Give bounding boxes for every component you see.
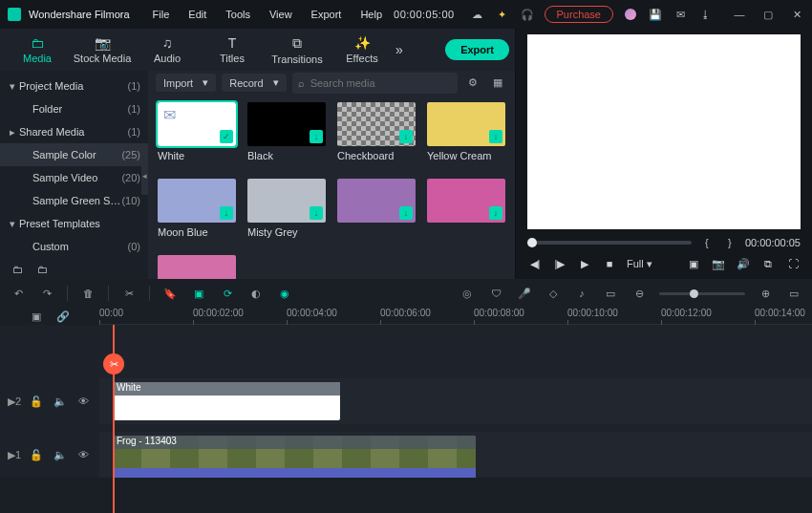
thumb-image[interactable]: ↓	[427, 102, 505, 146]
collapse-tree-icon[interactable]: ◂	[141, 157, 148, 195]
thumb-image[interactable]: ↓	[158, 255, 236, 279]
tips-icon[interactable]: ✦	[495, 7, 510, 22]
media-search[interactable]: ⌕	[292, 73, 458, 94]
pip-icon[interactable]: ⧉	[760, 256, 776, 271]
filter-icon[interactable]: ⚙	[463, 74, 482, 93]
save-icon[interactable]: 💾	[648, 7, 663, 22]
menu-help[interactable]: Help	[353, 5, 390, 24]
zoom-in-icon[interactable]: ⊕	[757, 285, 774, 302]
thumb-item[interactable]: ↓Black	[247, 102, 326, 161]
mark-out-icon[interactable]: }	[722, 235, 737, 250]
download-icon[interactable]: ⭳	[697, 7, 713, 22]
audio-mixer-icon[interactable]: 🛡	[487, 285, 504, 302]
color-icon[interactable]: ◐	[247, 285, 265, 302]
thumb-item[interactable]: ↓Yellow Cream	[427, 102, 505, 161]
message-icon[interactable]: ✉	[673, 7, 688, 22]
new-folder-icon[interactable]: 🗀	[10, 262, 25, 277]
marker-icon[interactable]: 🔖	[161, 285, 179, 302]
purchase-button[interactable]: Purchase	[545, 6, 613, 23]
render-icon[interactable]: ◉	[276, 285, 293, 302]
progress-knob-icon[interactable]	[527, 238, 537, 247]
tree-shared-media[interactable]: ▸Shared Media(1)	[0, 120, 148, 143]
display-settings-icon[interactable]: ▣	[686, 256, 701, 271]
menu-view[interactable]: View	[262, 5, 300, 24]
audio-strip[interactable]	[113, 468, 476, 478]
close-icon[interactable]: ✕	[789, 7, 804, 22]
voiceover-icon[interactable]: 🎤	[516, 285, 533, 302]
maximize-icon[interactable]: ▢	[760, 7, 776, 22]
visibility-icon[interactable]: 👁	[75, 393, 92, 410]
undo-icon[interactable]: ↶	[10, 285, 27, 302]
timeline-ruler[interactable]: 00:0000:00:02:0000:00:04:0000:00:06:0000…	[99, 308, 812, 325]
split-icon[interactable]: ✂	[120, 285, 138, 302]
tab-media[interactable]: 🗀Media	[6, 32, 69, 68]
thumb-item[interactable]: ↓Moon Blue	[158, 179, 236, 238]
grid-view-icon[interactable]: ▦	[488, 74, 507, 93]
tree-folder[interactable]: Folder(1)	[0, 97, 148, 120]
prev-frame-icon[interactable]: ◀|	[527, 256, 543, 271]
zoom-knob-icon[interactable]	[690, 289, 698, 298]
mute-icon[interactable]: 🔈	[53, 446, 69, 463]
tab-effects[interactable]: ✨Effects	[331, 32, 394, 68]
tree-custom[interactable]: Custom(0)	[0, 235, 148, 258]
thumb-image[interactable]: ↓	[247, 102, 326, 146]
thumb-item[interactable]: ↓	[337, 179, 416, 238]
thumb-item[interactable]: ↓Misty Grey	[247, 179, 326, 238]
more-tabs-icon[interactable]: »	[395, 42, 403, 57]
volume-icon[interactable]: 🔊	[736, 256, 751, 271]
thumb-item[interactable]: ↓	[158, 255, 236, 279]
tree-project-media[interactable]: ▾Project Media(1)	[0, 75, 148, 97]
track-display-icon[interactable]: ▣	[28, 308, 45, 325]
record-tl-icon[interactable]: ▭	[602, 285, 619, 302]
preview-progress[interactable]	[527, 241, 692, 245]
zoom-fit-icon[interactable]: ▭	[785, 285, 802, 302]
tab-transitions[interactable]: ⧉Transitions	[266, 32, 329, 69]
stop-icon[interactable]: ■	[602, 256, 617, 271]
mix-icon[interactable]: ◎	[459, 285, 476, 302]
thumb-image[interactable]: ↓	[337, 179, 416, 223]
search-input[interactable]	[310, 77, 452, 89]
play-backward-icon[interactable]: |▶	[552, 256, 567, 271]
account-icon[interactable]	[623, 7, 638, 22]
record-dropdown[interactable]: Record▾	[222, 74, 286, 92]
menu-tools[interactable]: Tools	[218, 5, 258, 24]
tab-stock-media[interactable]: 📷Stock Media	[71, 32, 134, 68]
tab-audio[interactable]: ♫Audio	[136, 32, 199, 68]
menu-export[interactable]: Export	[304, 5, 350, 24]
fullscreen-icon[interactable]: ⛶	[785, 256, 801, 271]
snapshot-icon[interactable]: 📷	[711, 256, 726, 271]
crop-icon[interactable]: ▣	[190, 285, 207, 302]
delete-icon[interactable]: 🗑	[79, 285, 96, 302]
thumb-item[interactable]: ↓Checkboard	[337, 102, 416, 161]
thumb-image[interactable]: ✉✓	[158, 102, 236, 146]
speed-icon[interactable]: ⟳	[219, 285, 236, 302]
thumb-image[interactable]: ↓	[247, 179, 326, 223]
cloud-icon[interactable]: ☁	[470, 7, 485, 22]
tab-titles[interactable]: TTitles	[201, 32, 264, 68]
export-button[interactable]: Export	[445, 39, 509, 60]
thumb-item[interactable]: ↓	[427, 179, 505, 238]
import-dropdown[interactable]: Import▾	[156, 74, 216, 92]
redo-icon[interactable]: ↷	[38, 285, 55, 302]
zoom-out-icon[interactable]: ⊖	[630, 285, 648, 302]
lock-icon[interactable]: 🔓	[29, 446, 45, 463]
thumb-item[interactable]: ✉✓White	[158, 102, 236, 161]
keyframe-icon[interactable]: ◇	[545, 285, 562, 302]
link-icon[interactable]: 🔗	[54, 308, 72, 325]
video-canvas[interactable]	[527, 34, 801, 229]
mute-icon[interactable]: 🔈	[53, 393, 69, 410]
tree-sample-green-screen[interactable]: Sample Green Scre...(10)	[0, 189, 148, 212]
new-bin-icon[interactable]: 🗀	[34, 262, 50, 277]
minimize-icon[interactable]: —	[732, 7, 747, 22]
play-icon[interactable]: ▶	[577, 256, 592, 271]
playhead[interactable]: ✂	[113, 325, 115, 513]
thumb-image[interactable]: ↓	[337, 102, 416, 146]
tree-sample-video[interactable]: Sample Video(20)	[0, 166, 148, 189]
zoom-slider[interactable]	[659, 292, 745, 295]
thumb-image[interactable]: ↓	[158, 179, 236, 223]
menu-edit[interactable]: Edit	[181, 5, 214, 24]
tree-sample-color[interactable]: Sample Color(25)	[0, 143, 148, 166]
menu-file[interactable]: File	[145, 5, 178, 24]
tree-preset-templates[interactable]: ▾Preset Templates	[0, 212, 148, 235]
playhead-scissor-icon[interactable]: ✂	[103, 353, 124, 374]
